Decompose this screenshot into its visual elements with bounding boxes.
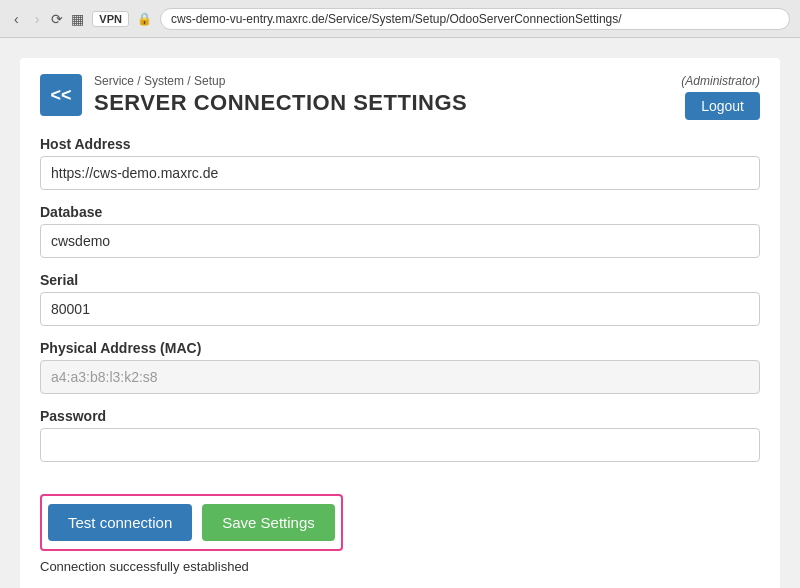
password-group: Password [40, 408, 760, 462]
host-address-label: Host Address [40, 136, 760, 152]
logout-button[interactable]: Logout [685, 92, 760, 120]
page-title: SERVER CONNECTION SETTINGS [94, 90, 467, 116]
url-text: cws-demo-vu-entry.maxrc.de/Service/Syste… [171, 12, 622, 26]
serial-group: Serial [40, 272, 760, 326]
mac-address-input[interactable] [40, 360, 760, 394]
mac-address-group: Physical Address (MAC) [40, 340, 760, 394]
buttons-wrapper: Test connection Save Settings [40, 478, 760, 551]
serial-input[interactable] [40, 292, 760, 326]
browser-chrome: ‹ › ⟳ ▦ VPN 🔒 cws-demo-vu-entry.maxrc.de… [0, 0, 800, 38]
reload-button[interactable]: ⟳ [51, 11, 63, 27]
serial-label: Serial [40, 272, 760, 288]
vpn-badge: VPN [92, 11, 129, 27]
save-settings-button[interactable]: Save Settings [202, 504, 335, 541]
password-label: Password [40, 408, 760, 424]
header-left: << Service / System / Setup SERVER CONNE… [40, 74, 467, 116]
admin-label: (Administrator) [681, 74, 760, 88]
page-content: << Service / System / Setup SERVER CONNE… [20, 58, 780, 588]
test-connection-button[interactable]: Test connection [48, 504, 192, 541]
status-message: Connection successfully established [40, 559, 760, 574]
page-header: << Service / System / Setup SERVER CONNE… [40, 74, 760, 120]
grid-button[interactable]: ▦ [71, 11, 84, 27]
database-label: Database [40, 204, 760, 220]
address-bar[interactable]: cws-demo-vu-entry.maxrc.de/Service/Syste… [160, 8, 790, 30]
buttons-area: Test connection Save Settings [40, 494, 343, 551]
back-nav-button[interactable]: ‹ [10, 9, 23, 29]
breadcrumb-text: Service / System / Setup [94, 74, 225, 88]
breadcrumb: Service / System / Setup [94, 74, 467, 88]
password-input[interactable] [40, 428, 760, 462]
lock-icon: 🔒 [137, 12, 152, 26]
database-input[interactable] [40, 224, 760, 258]
host-address-input[interactable] [40, 156, 760, 190]
header-title-block: Service / System / Setup SERVER CONNECTI… [94, 74, 467, 116]
mac-address-label: Physical Address (MAC) [40, 340, 760, 356]
header-right: (Administrator) Logout [681, 74, 760, 120]
forward-nav-button[interactable]: › [31, 9, 44, 29]
host-address-group: Host Address [40, 136, 760, 190]
back-button[interactable]: << [40, 74, 82, 116]
database-group: Database [40, 204, 760, 258]
